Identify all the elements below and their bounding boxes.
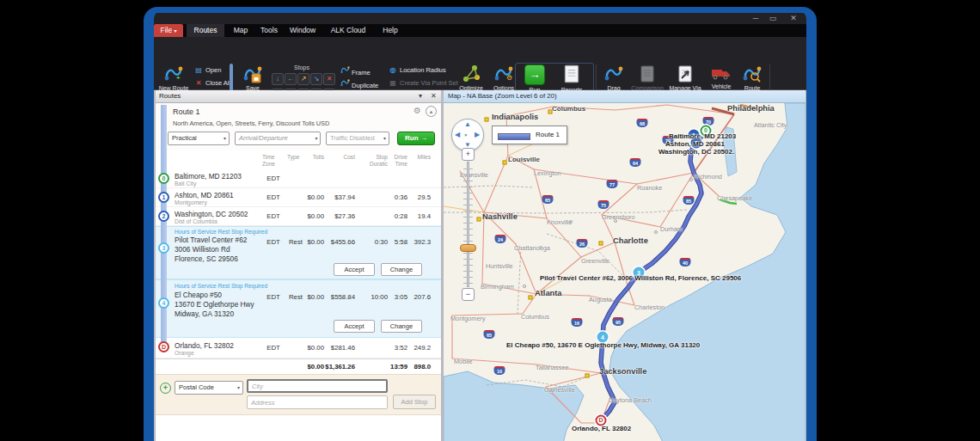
change-button[interactable]: Change	[381, 263, 422, 276]
stops-caption: Stops	[274, 64, 329, 70]
panel-menu-icon[interactable]: ▾	[419, 92, 422, 100]
options-button[interactable]: ⚙ Options	[489, 64, 518, 92]
run-arrow-icon: →	[420, 134, 427, 142]
traffic-select[interactable]: Traffic Disabled▾	[326, 132, 389, 145]
tab-help[interactable]: Help	[377, 24, 403, 37]
close-icon[interactable]: ✕	[787, 13, 800, 23]
city-label: Philadelphia	[727, 104, 775, 113]
city-label: Nashville	[482, 212, 518, 221]
pan-up-icon[interactable]: ▲	[464, 120, 471, 128]
stop-row[interactable]: 1 Ashton, MD 20861 Montgomery EDT $0.00 …	[156, 188, 441, 207]
city-label: Charleston	[634, 303, 665, 311]
map-panel: Map - NA Base (Zoom Level 6 of 20)	[444, 90, 805, 441]
stop-row-rest[interactable]: 4 Hours of Service Rest Stop Required El…	[156, 279, 441, 338]
stop-row[interactable]: D Orlando, FL 32802 Orange EDT $0.00 $28…	[156, 338, 441, 358]
interstate-shield: 68	[637, 119, 648, 127]
chevron-down-icon: ▾	[383, 132, 386, 144]
city-label: Gainesville	[544, 386, 575, 394]
interstate-shield: 40	[680, 258, 691, 266]
stops-tool-icon[interactable]: ←	[285, 73, 297, 85]
tab-window[interactable]: Window	[285, 24, 321, 37]
interstate-shield: 77	[607, 180, 618, 188]
route-settings-gear-icon[interactable]: ⚙	[413, 106, 421, 115]
city-label: Greensboro	[602, 213, 635, 221]
close-all-button[interactable]: ✕Close All	[193, 78, 230, 89]
map-header: Map - NA Base (Zoom Level 6 of 20)	[444, 90, 805, 103]
city-label: Augusta	[589, 296, 612, 303]
add-stop-plus-icon[interactable]: +	[160, 383, 171, 394]
pan-right-icon[interactable]: ▶	[475, 131, 480, 138]
city-input[interactable]	[247, 379, 388, 393]
arrival-departure-select[interactable]: Arrival/Departure▾	[235, 132, 321, 145]
city-label: Charlotte	[613, 236, 648, 245]
city-label: Atlantic City	[754, 121, 787, 129]
zoom-out-icon[interactable]: −	[462, 288, 475, 301]
chevron-down-icon: ▾	[315, 132, 317, 144]
city-label: Tallahassee	[536, 364, 569, 371]
city-label: Columbus	[521, 313, 549, 321]
plus-icon: +	[176, 75, 181, 82]
caret-down-icon: ▾	[175, 28, 177, 34]
stop-marker: D	[158, 341, 169, 352]
zoom-slider-handle[interactable]	[460, 244, 476, 252]
interstate-shield: 70	[703, 117, 714, 126]
manage-via-point-sets-icon	[676, 64, 695, 83]
accept-button[interactable]: Accept	[334, 263, 375, 276]
zoom-in-icon[interactable]: +	[462, 148, 475, 161]
route-run-button[interactable]: Run →	[397, 132, 435, 145]
location-radius-button[interactable]: ◎Location Radius	[388, 65, 446, 76]
map-stop-label: Pilot Travel Center #62, 3006 Williston …	[540, 274, 741, 282]
new-route-button[interactable]: + New Route	[157, 64, 190, 92]
stop-marker: 1	[158, 192, 169, 203]
city-dot	[485, 118, 489, 122]
address-input[interactable]	[247, 395, 388, 409]
vehicle-profiles-icon	[711, 64, 732, 82]
stops-tool-icon[interactable]: ↘	[310, 73, 322, 85]
duplicate-button[interactable]: Duplicate	[340, 78, 378, 89]
stops-tool-icon[interactable]: ↗	[297, 73, 309, 85]
open-button[interactable]: ▤Open	[193, 65, 221, 76]
add-stop-button[interactable]: Add Stop	[393, 395, 436, 409]
interstate-shield: 10	[494, 366, 505, 375]
minimize-icon[interactable]: ─	[749, 13, 763, 23]
stops-tool-icon[interactable]: ↓	[272, 73, 284, 85]
totals-row: $0.00 $1,361.26 13:59 898.0	[156, 358, 441, 373]
city-dot	[654, 230, 658, 234]
maximize-icon[interactable]: ▭	[766, 13, 780, 23]
comparison-report-icon	[638, 64, 657, 83]
stop-row[interactable]: 0 Baltimore, MD 21203 Balt City EDT	[156, 169, 441, 188]
zoom-track[interactable]	[467, 162, 469, 287]
accept-button[interactable]: Accept	[334, 320, 375, 333]
map-canvas[interactable]: 706879647765758524264016956510 Philadelp…	[444, 103, 805, 441]
frame-button[interactable]: Frame	[340, 65, 371, 76]
chevron-down-icon: ▾	[224, 132, 226, 144]
interstate-shield: 64	[630, 158, 641, 167]
tab-map[interactable]: Map	[228, 24, 254, 37]
tab-tools[interactable]: Tools	[255, 24, 283, 37]
tab-file[interactable]: File ▾	[154, 24, 183, 37]
panel-close-icon[interactable]: ✕	[431, 92, 437, 100]
optimize-icon	[462, 64, 481, 83]
stop-row-rest[interactable]: 3 Hours of Service Rest Stop Required Pi…	[156, 226, 441, 279]
interstate-shield: 95	[613, 317, 624, 326]
route-collapse-icon[interactable]: ▴	[426, 106, 437, 117]
run-button[interactable]: → Run	[522, 64, 548, 94]
stop-type-select[interactable]: Postal Code▾	[175, 381, 243, 395]
map-stop-label: Baltimore, MD 21203	[669, 132, 736, 140]
map-pan-control[interactable]: ▲ ▼ ◀ ▶ ▪	[451, 119, 484, 151]
pan-center-icon[interactable]: ▪	[464, 131, 467, 139]
routing-type-select[interactable]: Practical▾	[168, 132, 230, 145]
tab-routes[interactable]: Routes	[187, 24, 224, 37]
close-all-icon: ✕	[193, 78, 204, 89]
stop-row[interactable]: 2 Washington, DC 20502 Dist of Columbia …	[156, 207, 441, 226]
titlebar: ─ ▭ ✕	[154, 13, 806, 24]
drag-route-icon	[604, 64, 623, 83]
pan-left-icon[interactable]: ◀	[455, 131, 460, 138]
stops-tool-icon[interactable]: ✕	[323, 73, 335, 85]
city-label: Huntsville	[486, 262, 513, 270]
city-label: Louisville	[508, 156, 540, 163]
tab-alk-cloud[interactable]: ALK Cloud •	[324, 24, 372, 37]
city-label: Knoxville	[547, 218, 572, 226]
change-button[interactable]: Change	[381, 320, 422, 333]
city-label: Atlanta	[535, 289, 562, 297]
